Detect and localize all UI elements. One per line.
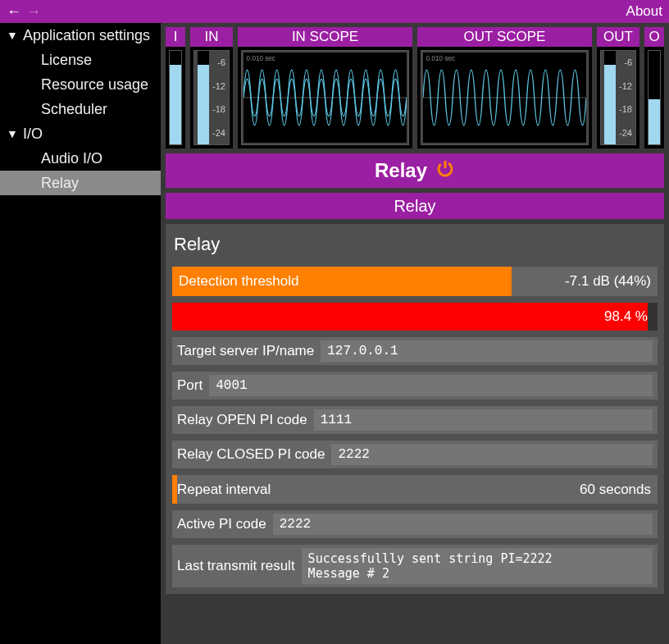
sidebar-label: Application settings (23, 27, 150, 44)
detection-level-bar: 98.4 % (172, 303, 658, 331)
back-icon[interactable]: ← (7, 3, 21, 21)
svg-text:0.010 sec: 0.010 sec (426, 54, 456, 62)
detection-threshold-slider[interactable]: Detection threshold -7.1 dB (44%) (172, 267, 658, 296)
repeat-interval-value: 60 seconds (580, 482, 658, 498)
open-pi-input[interactable]: 1111 (314, 409, 653, 431)
sidebar-item-license[interactable]: License (0, 48, 161, 72)
content: I IN -6 -12 -18 -24 IN SCOPE (161, 23, 669, 644)
detection-level-value: 98.4 % (604, 308, 658, 325)
meter-in-scope: IN SCOPE 0.010 sec (238, 27, 412, 148)
sidebar-item-relay[interactable]: Relay (0, 171, 161, 195)
active-pi-row: Active PI code 2222 (172, 510, 658, 538)
meter-out: OUT -6 -12 -18 -24 (597, 27, 639, 148)
topbar: ← → About (0, 0, 669, 23)
panel-title: Relay (172, 231, 658, 260)
sidebar: ▼ Application settings License Resource … (0, 23, 161, 644)
about-link[interactable]: About (626, 3, 662, 20)
chevron-down-icon: ▼ (7, 29, 23, 42)
scale: -6 -12 -18 -24 (616, 51, 635, 144)
level-bar (649, 51, 660, 144)
meter-out-scope: OUT SCOPE 0.010 sec (417, 27, 592, 148)
repeat-interval-label: Repeat interval (172, 482, 271, 498)
meter-o: O (644, 27, 664, 148)
relay-header: Relay (166, 153, 664, 188)
active-pi-label: Active PI code (177, 516, 273, 532)
relay-title: Relay (375, 159, 427, 182)
scale: -6 -12 -18 -24 (209, 51, 229, 144)
port-input[interactable]: 4001 (209, 375, 653, 396)
sidebar-group-application-settings[interactable]: ▼ Application settings (0, 23, 161, 48)
chevron-down-icon: ▼ (7, 127, 23, 140)
detection-threshold-value: -7.1 dB (44%) (565, 273, 658, 290)
closed-pi-row: Relay CLOSED PI code 2222 (172, 441, 658, 468)
sidebar-item-scheduler[interactable]: Scheduler (0, 97, 161, 121)
open-pi-row: Relay OPEN PI code 1111 (172, 406, 658, 434)
meter-label: O (644, 27, 664, 47)
detection-threshold-label: Detection threshold (172, 273, 298, 290)
level-bar (198, 51, 209, 144)
meter-label: IN SCOPE (238, 27, 412, 47)
meter-label: OUT SCOPE (417, 27, 592, 47)
meter-i: I (166, 27, 185, 148)
active-pi-value: 2222 (273, 514, 653, 535)
target-server-row: Target server IP/name 127.0.0.1 (172, 337, 658, 365)
power-icon[interactable] (435, 158, 455, 183)
svg-text:0.010 sec: 0.010 sec (247, 54, 276, 62)
port-row: Port 4001 (172, 372, 658, 400)
meter-label: OUT (597, 27, 639, 47)
closed-pi-input[interactable]: 2222 (331, 444, 653, 465)
repeat-interval-slider[interactable]: Repeat interval 60 seconds (172, 475, 658, 504)
meter-label: I (166, 27, 185, 47)
sidebar-item-audio-io[interactable]: Audio I/O (0, 146, 161, 171)
scope-display: 0.010 sec (243, 53, 407, 143)
last-result-label: Last transmit result (177, 558, 302, 574)
target-server-label: Target server IP/name (177, 343, 321, 359)
relay-panel: Relay Detection threshold -7.1 dB (44%) … (166, 224, 664, 594)
section-header: Relay (166, 193, 664, 219)
closed-pi-label: Relay CLOSED PI code (177, 446, 331, 463)
sidebar-group-io[interactable]: ▼ I/O (0, 121, 161, 146)
sidebar-item-resource-usage[interactable]: Resource usage (0, 72, 161, 97)
forward-icon[interactable]: → (26, 3, 41, 21)
target-server-input[interactable]: 127.0.0.1 (321, 340, 653, 362)
last-result-value: Successfullly sent string PI=2222 Messag… (302, 548, 653, 584)
scope-display: 0.010 sec (423, 53, 586, 143)
open-pi-label: Relay OPEN PI code (177, 412, 314, 428)
sidebar-label: I/O (23, 126, 43, 143)
level-bar (604, 51, 616, 144)
last-result-row: Last transmit result Successfullly sent … (172, 545, 658, 587)
meter-in: IN -6 -12 -18 -24 (190, 27, 233, 148)
meters-row: I IN -6 -12 -18 -24 IN SCOPE (166, 27, 664, 148)
port-label: Port (177, 377, 209, 394)
meter-label: IN (190, 27, 233, 47)
level-bar (170, 51, 181, 144)
